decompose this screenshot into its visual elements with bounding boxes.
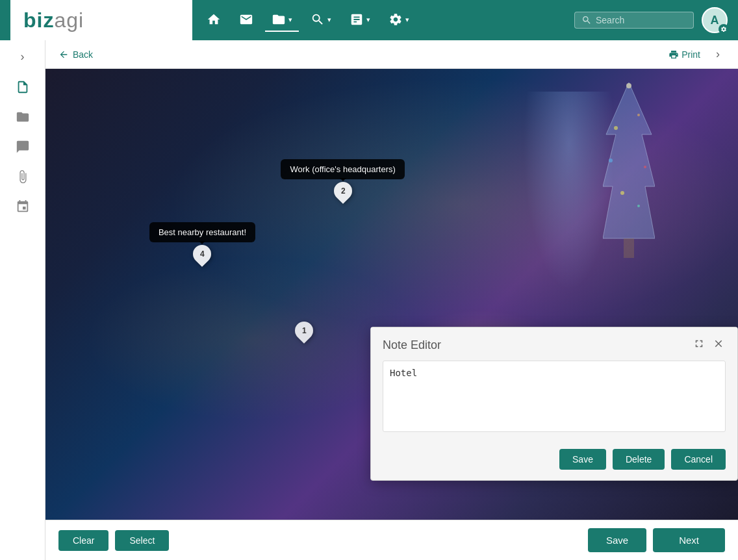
clear-button[interactable]: Clear xyxy=(58,530,108,551)
svg-point-8 xyxy=(626,83,631,88)
modal-title: Note Editor xyxy=(383,338,441,352)
nav-icons: ▾ ▾ ▾ ▾ xyxy=(200,8,574,32)
nav-inbox-button[interactable] xyxy=(233,8,260,32)
print-button[interactable]: Print xyxy=(668,49,700,60)
svg-point-7 xyxy=(637,205,640,207)
svg-point-6 xyxy=(620,191,624,195)
collapse-sidebar-button[interactable]: › xyxy=(711,45,725,64)
svg-point-5 xyxy=(644,166,646,168)
bottom-actions-right: Save Next xyxy=(588,528,725,552)
sidebar-item-network[interactable] xyxy=(10,194,36,220)
modal-expand-button[interactable] xyxy=(692,337,706,354)
pin-4-marker: 4 xyxy=(193,245,211,263)
nav-metrics-button[interactable]: ▾ xyxy=(343,8,377,32)
nav-search-button[interactable]: ▾ xyxy=(304,8,338,32)
nav-home-button[interactable] xyxy=(200,8,227,32)
app-logo: bizagi xyxy=(23,8,84,32)
pin-1-marker: 1 xyxy=(295,322,313,340)
modal-header: Note Editor xyxy=(371,327,737,361)
sidebar-item-chat[interactable] xyxy=(10,134,36,160)
sub-header: Back Print › xyxy=(45,40,738,69)
bottom-bar: Clear Select Save Next xyxy=(45,520,738,560)
search-box xyxy=(574,12,694,29)
map-image: Best nearby restaurant! 4 Work (office's… xyxy=(45,69,738,520)
note-editor-modal: Note Editor Save Delete xyxy=(370,327,738,481)
next-button[interactable]: Next xyxy=(653,528,725,552)
note-textarea[interactable] xyxy=(383,361,726,432)
sidebar-item-attachment[interactable] xyxy=(10,164,36,190)
nav-projects-button[interactable]: ▾ xyxy=(265,8,299,32)
svg-point-3 xyxy=(637,114,640,116)
logo-area: bizagi xyxy=(10,0,192,40)
search-input[interactable] xyxy=(596,15,687,25)
modal-body xyxy=(371,361,737,444)
svg-point-4 xyxy=(609,159,613,162)
sidebar: › xyxy=(0,40,45,560)
modal-close-button[interactable] xyxy=(711,337,726,354)
avatar-settings-icon xyxy=(719,24,729,34)
search-icon xyxy=(581,15,592,25)
map-pin-4[interactable]: Best nearby restaurant! 4 xyxy=(149,222,255,263)
modal-controls xyxy=(692,337,726,354)
note-delete-button[interactable]: Delete xyxy=(613,449,665,470)
nav-settings-button[interactable]: ▾ xyxy=(382,8,416,32)
avatar[interactable]: A xyxy=(702,7,728,33)
topbar: bizagi ▾ ▾ ▾ ▾ A xyxy=(0,0,738,40)
pin-4-bubble: Best nearby restaurant! xyxy=(149,222,255,242)
back-button[interactable]: Back xyxy=(58,49,93,60)
select-button[interactable]: Select xyxy=(115,530,169,551)
pin-2-marker: 2 xyxy=(334,182,352,200)
sidebar-item-folder[interactable] xyxy=(10,104,36,130)
main-content: Back Print › xyxy=(45,40,738,560)
sidebar-toggle-button[interactable]: › xyxy=(13,47,32,66)
map-pin-2[interactable]: Work (office's headquarters) 2 xyxy=(281,159,404,200)
modal-footer: Save Delete Cancel xyxy=(371,444,737,480)
map-area[interactable]: Best nearby restaurant! 4 Work (office's… xyxy=(45,69,738,520)
note-cancel-button[interactable]: Cancel xyxy=(671,449,726,470)
svg-rect-1 xyxy=(624,238,634,258)
pin-2-bubble: Work (office's headquarters) xyxy=(281,159,404,179)
note-save-button[interactable]: Save xyxy=(559,449,606,470)
save-button[interactable]: Save xyxy=(588,528,646,552)
christmas-tree-svg xyxy=(603,83,655,277)
bottom-actions-left: Clear Select xyxy=(58,530,169,551)
sidebar-item-document[interactable] xyxy=(10,74,36,100)
svg-point-2 xyxy=(614,126,618,130)
map-pin-1[interactable]: 1 xyxy=(295,322,313,340)
